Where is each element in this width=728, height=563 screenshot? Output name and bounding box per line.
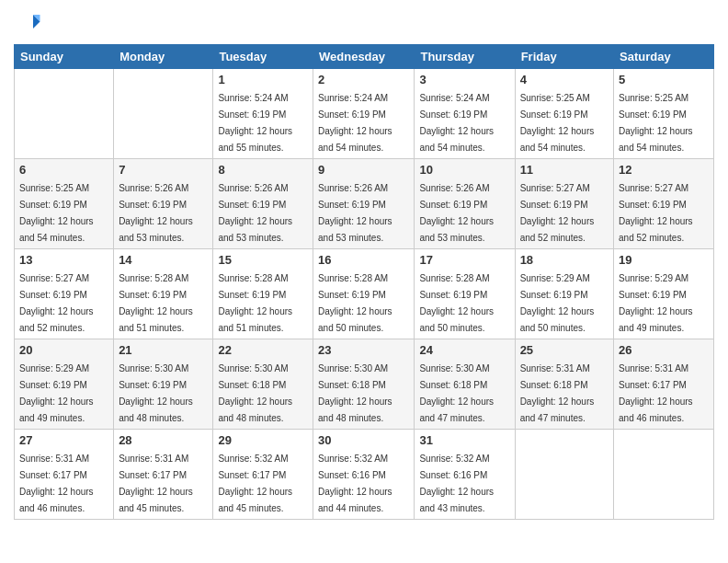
calendar-cell: 14 Sunrise: 5:28 AMSunset: 6:19 PMDaylig…	[114, 249, 213, 339]
day-number: 22	[218, 343, 308, 357]
day-number: 30	[318, 433, 409, 447]
calendar-cell: 11 Sunrise: 5:27 AMSunset: 6:19 PMDaylig…	[515, 159, 613, 249]
day-info: Sunrise: 5:24 AMSunset: 6:19 PMDaylight:…	[419, 93, 494, 153]
calendar-cell: 21 Sunrise: 5:30 AMSunset: 6:19 PMDaylig…	[114, 339, 213, 430]
calendar-cell: 27 Sunrise: 5:31 AMSunset: 6:17 PMDaylig…	[15, 430, 114, 520]
day-info: Sunrise: 5:30 AMSunset: 6:18 PMDaylight:…	[218, 363, 292, 423]
day-info: Sunrise: 5:25 AMSunset: 6:19 PMDaylight:…	[520, 93, 595, 153]
calendar-cell: 8 Sunrise: 5:26 AMSunset: 6:19 PMDayligh…	[213, 159, 313, 249]
day-number: 1	[218, 73, 308, 86]
day-number: 6	[19, 163, 108, 177]
calendar-cell	[114, 69, 213, 159]
calendar-table: SundayMondayTuesdayWednesdayThursdayFrid…	[14, 44, 714, 520]
day-info: Sunrise: 5:27 AMSunset: 6:19 PMDaylight:…	[19, 273, 94, 333]
day-info: Sunrise: 5:28 AMSunset: 6:19 PMDaylight:…	[419, 273, 494, 333]
day-number: 16	[318, 253, 409, 267]
calendar-week-row: 20 Sunrise: 5:29 AMSunset: 6:19 PMDaylig…	[15, 339, 714, 430]
day-info: Sunrise: 5:32 AMSunset: 6:16 PMDaylight:…	[318, 454, 392, 513]
calendar-cell: 23 Sunrise: 5:30 AMSunset: 6:18 PMDaylig…	[313, 339, 415, 430]
day-info: Sunrise: 5:30 AMSunset: 6:18 PMDaylight:…	[318, 363, 392, 423]
day-info: Sunrise: 5:30 AMSunset: 6:18 PMDaylight:…	[419, 363, 494, 423]
calendar-cell: 6 Sunrise: 5:25 AMSunset: 6:19 PMDayligh…	[15, 159, 114, 249]
calendar-cell: 5 Sunrise: 5:25 AMSunset: 6:19 PMDayligh…	[614, 69, 714, 159]
day-info: Sunrise: 5:26 AMSunset: 6:19 PMDaylight:…	[119, 183, 193, 243]
calendar-header-friday: Friday	[515, 45, 613, 69]
day-number: 18	[520, 253, 609, 267]
day-number: 5	[619, 73, 709, 86]
day-info: Sunrise: 5:29 AMSunset: 6:19 PMDaylight:…	[619, 273, 693, 333]
calendar-cell: 26 Sunrise: 5:31 AMSunset: 6:17 PMDaylig…	[614, 339, 714, 430]
day-number: 2	[318, 73, 409, 86]
calendar-header-monday: Monday	[114, 45, 213, 69]
calendar-week-row: 13 Sunrise: 5:27 AMSunset: 6:19 PMDaylig…	[15, 249, 714, 339]
calendar-cell: 16 Sunrise: 5:28 AMSunset: 6:19 PMDaylig…	[313, 249, 415, 339]
day-number: 8	[218, 163, 308, 177]
day-number: 25	[520, 343, 609, 357]
day-info: Sunrise: 5:26 AMSunset: 6:19 PMDaylight:…	[318, 183, 392, 243]
calendar-cell: 1 Sunrise: 5:24 AMSunset: 6:19 PMDayligh…	[213, 69, 313, 159]
calendar-header-tuesday: Tuesday	[213, 45, 313, 69]
day-number: 20	[19, 343, 108, 357]
day-number: 21	[119, 343, 208, 357]
calendar-cell	[614, 430, 714, 520]
day-number: 28	[119, 433, 208, 447]
day-info: Sunrise: 5:26 AMSunset: 6:19 PMDaylight:…	[419, 183, 494, 243]
day-number: 31	[419, 433, 509, 447]
day-info: Sunrise: 5:31 AMSunset: 6:17 PMDaylight:…	[619, 363, 693, 423]
day-info: Sunrise: 5:29 AMSunset: 6:19 PMDaylight:…	[19, 363, 94, 423]
day-info: Sunrise: 5:31 AMSunset: 6:18 PMDaylight:…	[520, 363, 595, 423]
calendar-header-wednesday: Wednesday	[313, 45, 415, 69]
calendar-header-thursday: Thursday	[415, 45, 515, 69]
calendar-cell: 2 Sunrise: 5:24 AMSunset: 6:19 PMDayligh…	[313, 69, 415, 159]
calendar-cell: 28 Sunrise: 5:31 AMSunset: 6:17 PMDaylig…	[114, 430, 213, 520]
logo	[14, 9, 45, 37]
day-number: 29	[218, 433, 308, 447]
day-info: Sunrise: 5:32 AMSunset: 6:17 PMDaylight:…	[218, 454, 292, 513]
calendar-cell	[15, 69, 114, 159]
day-info: Sunrise: 5:26 AMSunset: 6:19 PMDaylight:…	[218, 183, 292, 243]
calendar-cell: 20 Sunrise: 5:29 AMSunset: 6:19 PMDaylig…	[15, 339, 114, 430]
calendar-header-sunday: Sunday	[15, 45, 114, 69]
calendar-header-saturday: Saturday	[614, 45, 714, 69]
day-info: Sunrise: 5:31 AMSunset: 6:17 PMDaylight:…	[19, 454, 94, 513]
day-number: 24	[419, 343, 509, 357]
calendar-cell: 22 Sunrise: 5:30 AMSunset: 6:18 PMDaylig…	[213, 339, 313, 430]
calendar-cell: 9 Sunrise: 5:26 AMSunset: 6:19 PMDayligh…	[313, 159, 415, 249]
day-info: Sunrise: 5:28 AMSunset: 6:19 PMDaylight:…	[119, 273, 193, 333]
day-number: 4	[520, 73, 609, 86]
calendar-week-row: 27 Sunrise: 5:31 AMSunset: 6:17 PMDaylig…	[15, 430, 714, 520]
calendar-header-row: SundayMondayTuesdayWednesdayThursdayFrid…	[15, 45, 714, 69]
page: SundayMondayTuesdayWednesdayThursdayFrid…	[0, 0, 728, 563]
calendar-cell: 3 Sunrise: 5:24 AMSunset: 6:19 PMDayligh…	[415, 69, 515, 159]
calendar-cell: 17 Sunrise: 5:28 AMSunset: 6:19 PMDaylig…	[415, 249, 515, 339]
day-number: 13	[19, 253, 108, 267]
calendar-cell: 24 Sunrise: 5:30 AMSunset: 6:18 PMDaylig…	[415, 339, 515, 430]
day-info: Sunrise: 5:25 AMSunset: 6:19 PMDaylight:…	[19, 183, 94, 243]
day-number: 14	[119, 253, 208, 267]
calendar-cell: 4 Sunrise: 5:25 AMSunset: 6:19 PMDayligh…	[515, 69, 613, 159]
day-info: Sunrise: 5:28 AMSunset: 6:19 PMDaylight:…	[218, 273, 292, 333]
day-number: 19	[619, 253, 709, 267]
day-info: Sunrise: 5:24 AMSunset: 6:19 PMDaylight:…	[218, 93, 292, 153]
day-number: 11	[520, 163, 609, 177]
logo-icon	[14, 9, 41, 37]
calendar-cell: 31 Sunrise: 5:32 AMSunset: 6:16 PMDaylig…	[415, 430, 515, 520]
calendar-cell	[515, 430, 613, 520]
calendar-week-row: 1 Sunrise: 5:24 AMSunset: 6:19 PMDayligh…	[15, 69, 714, 159]
calendar-cell: 18 Sunrise: 5:29 AMSunset: 6:19 PMDaylig…	[515, 249, 613, 339]
day-info: Sunrise: 5:30 AMSunset: 6:19 PMDaylight:…	[119, 363, 193, 423]
day-info: Sunrise: 5:25 AMSunset: 6:19 PMDaylight:…	[619, 93, 693, 153]
day-number: 7	[119, 163, 208, 177]
header	[14, 9, 714, 37]
calendar-cell: 15 Sunrise: 5:28 AMSunset: 6:19 PMDaylig…	[213, 249, 313, 339]
day-info: Sunrise: 5:27 AMSunset: 6:19 PMDaylight:…	[619, 183, 693, 243]
calendar-cell: 30 Sunrise: 5:32 AMSunset: 6:16 PMDaylig…	[313, 430, 415, 520]
day-info: Sunrise: 5:24 AMSunset: 6:19 PMDaylight:…	[318, 93, 392, 153]
calendar-cell: 10 Sunrise: 5:26 AMSunset: 6:19 PMDaylig…	[415, 159, 515, 249]
day-number: 9	[318, 163, 409, 177]
day-info: Sunrise: 5:27 AMSunset: 6:19 PMDaylight:…	[520, 183, 595, 243]
calendar-week-row: 6 Sunrise: 5:25 AMSunset: 6:19 PMDayligh…	[15, 159, 714, 249]
calendar-cell: 19 Sunrise: 5:29 AMSunset: 6:19 PMDaylig…	[614, 249, 714, 339]
day-number: 17	[419, 253, 509, 267]
day-info: Sunrise: 5:32 AMSunset: 6:16 PMDaylight:…	[419, 454, 494, 513]
